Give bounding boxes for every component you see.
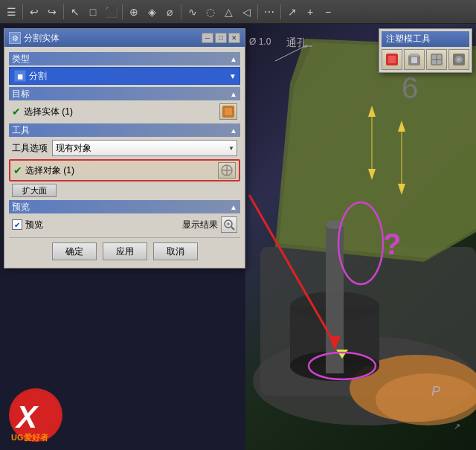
svg-text:UG爱好者: UG爱好者	[11, 433, 49, 442]
toolbar-icon-plus[interactable]: +	[302, 4, 318, 20]
toolbar-icon-cross[interactable]: ⊕	[126, 4, 142, 20]
toolbar-separator-5	[257, 4, 258, 19]
injection-icons-row	[382, 49, 469, 70]
tool-options-value: 现有对象	[56, 142, 91, 155]
dialog-titlebar: ⚙ 分割实体 ─ □ ✕	[4, 29, 245, 47]
preview-checkbox[interactable]: ✔	[12, 219, 22, 230]
main-viewport: ☰ ↩ ↪ ↖ □ ⬛ ⊕ ◈ ⌀ ∿ ◌ △ ◁ ⋯ ↗ + −	[0, 0, 476, 450]
type-dropdown-arrow-icon: ▼	[229, 72, 237, 80]
injection-tool-panel: 注塑模工具	[379, 28, 472, 73]
svg-rect-42	[410, 54, 419, 57]
confirm-button[interactable]: 确定	[52, 242, 97, 260]
preview-row: ✔ 预览 显示结果	[9, 215, 240, 234]
injection-icon-3[interactable]	[426, 49, 447, 70]
dialog-titlebar-buttons: ─ □ ✕	[202, 33, 240, 43]
preview-result-group: 显示结果	[182, 216, 237, 233]
expand-face-button[interactable]: 扩大面	[12, 184, 57, 197]
type-dropdown[interactable]: ◼ 分割 ▼	[9, 67, 240, 85]
tool-options-label: 工具选项	[12, 142, 49, 155]
selected-object-button[interactable]	[218, 162, 236, 179]
svg-rect-43	[411, 57, 417, 63]
dialog-restore-button[interactable]: □	[215, 33, 227, 43]
toolbar-icon-minus[interactable]: −	[320, 4, 336, 20]
toolbar-separator-4	[181, 4, 181, 19]
toolbar-icon-curve[interactable]: ∿	[184, 4, 201, 20]
dialog-minimize-button[interactable]: ─	[202, 33, 213, 43]
toolbar-separator-3	[122, 4, 123, 19]
dialog-title-icon: ⚙	[9, 32, 21, 44]
dialog-title-left: ⚙ 分割实体	[9, 32, 60, 45]
toolbar-separator-2	[63, 4, 64, 19]
toolbar-icon-box[interactable]: □	[85, 4, 101, 20]
section-header-tool[interactable]: 工具 ▲	[9, 123, 240, 137]
injection-panel-title: 注塑模工具	[382, 31, 469, 47]
apply-button[interactable]: 应用	[103, 242, 147, 260]
dialog-title-text: 分割实体	[24, 32, 60, 45]
injection-icon-4[interactable]	[448, 49, 469, 70]
dialog-buttons: 确定 应用 取消	[9, 237, 240, 265]
toolbar-icon-shape1[interactable]: ◈	[144, 4, 160, 20]
tool-options-dropdown-arrow: ▼	[228, 145, 234, 152]
tool-options-row: 工具选项 现有对象 ▼	[9, 138, 240, 158]
preview-result-button[interactable]	[221, 216, 237, 233]
preview-result-label: 显示结果	[182, 219, 218, 231]
toolbar-icon-cube[interactable]: ⬛	[103, 4, 119, 20]
section-target-arrow: ▲	[230, 90, 237, 98]
target-item-label: 选择实体 (1)	[24, 106, 216, 118]
section-tool-label: 工具	[12, 124, 30, 137]
target-select-button[interactable]	[219, 103, 237, 120]
dialog-panel: ⚙ 分割实体 ─ □ ✕ 类型 ▲ ◼ 分割 ▼ 目标 ▲	[4, 28, 245, 269]
ug-logo: X UG爱好者 WWW.UGSNX.COM	[7, 387, 74, 443]
selected-check-icon: ✔	[13, 164, 22, 176]
viewport-background	[245, 24, 476, 450]
toolbar-icon-menu[interactable]: ☰	[3, 4, 19, 20]
toolbar-icon-arrow[interactable]: ↗	[284, 4, 300, 20]
svg-rect-40	[388, 56, 396, 63]
section-header-preview[interactable]: 预览 ▲	[9, 200, 240, 213]
type-dropdown-value: 分割	[29, 70, 47, 83]
toolbar-icon-undo[interactable]: ↩	[26, 4, 42, 20]
injection-icon-2[interactable]	[404, 49, 425, 70]
toolbar-icon-triangle[interactable]: △	[220, 4, 237, 20]
toolbar-icon-back[interactable]: ◁	[238, 4, 254, 20]
toolbar-icon-redo[interactable]: ↪	[44, 4, 60, 20]
selected-object-row: ✔ 选择对象 (1)	[9, 159, 240, 181]
toolbar-icon-select[interactable]: ↖	[67, 4, 83, 20]
preview-checkbox-group: ✔ 预览	[12, 219, 43, 231]
target-check-icon: ✔	[12, 106, 21, 118]
section-type-arrow: ▲	[230, 55, 237, 63]
dialog-close-button[interactable]: ✕	[228, 33, 240, 43]
cancel-button[interactable]: 取消	[153, 242, 198, 260]
toolbar-icon-arc[interactable]: ◌	[202, 4, 219, 20]
toolbar-top: ☰ ↩ ↪ ↖ □ ⬛ ⊕ ◈ ⌀ ∿ ◌ △ ◁ ⋯ ↗ + −	[0, 0, 476, 24]
section-target-label: 目标	[12, 88, 30, 100]
section-preview-arrow: ▲	[230, 203, 237, 211]
toolbar-icon-shape2[interactable]: ⌀	[161, 4, 178, 20]
toolbar-icon-more[interactable]: ⋯	[261, 4, 277, 20]
toolbar-separator-1	[22, 4, 23, 19]
section-tool-arrow: ▲	[230, 126, 237, 135]
viewport-3d[interactable]: 6 通孔 Ø 1.0 ? P ↗	[245, 24, 476, 450]
section-preview-label: 预览	[12, 201, 30, 213]
dialog-body: 类型 ▲ ◼ 分割 ▼ 目标 ▲ ✔ 选择实体 (1)	[4, 47, 245, 268]
section-type-label: 类型	[12, 53, 30, 65]
selected-object-label: 选择对象 (1)	[25, 164, 215, 177]
svg-text:X: X	[15, 399, 39, 434]
preview-checkbox-label: 预览	[25, 219, 43, 231]
target-row: ✔ 选择实体 (1)	[9, 102, 240, 121]
svg-point-50	[457, 58, 460, 61]
expand-row: 扩大面	[9, 183, 240, 198]
section-header-target[interactable]: 目标 ▲	[9, 87, 240, 100]
section-header-type[interactable]: 类型 ▲	[9, 52, 240, 65]
svg-rect-31	[225, 108, 232, 115]
injection-icon-1[interactable]	[382, 49, 402, 70]
svg-line-36	[231, 227, 234, 230]
type-dropdown-icon: ◼	[14, 70, 26, 82]
toolbar-separator-6	[280, 4, 281, 19]
tool-options-dropdown[interactable]: 现有对象 ▼	[52, 140, 237, 156]
